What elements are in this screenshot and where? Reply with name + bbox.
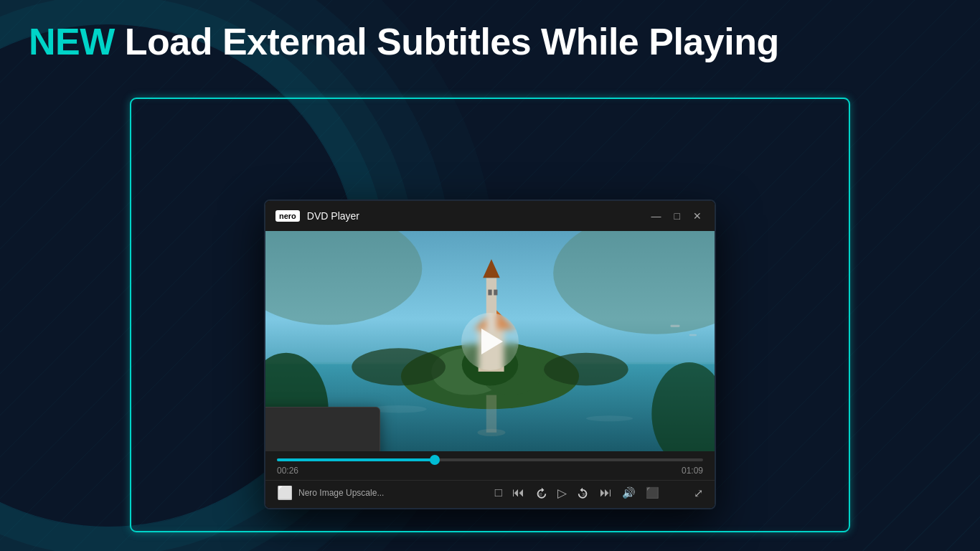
svg-point-16 [477,429,505,436]
maximize-button[interactable]: □ [672,209,683,222]
window-controls: — □ ✕ [649,209,705,222]
context-menu: Full Screen Pause Play from the beginnin… [265,407,380,451]
file-info: ⬜ Nero Image Upscale... [277,485,486,501]
control-buttons: □ ⏮ 10 ▷ 30 ⏭ 🔊 ⬛ [495,486,703,501]
file-icon: ⬜ [277,485,293,501]
ctx-pause[interactable]: Pause [265,443,380,451]
time-current: 00:26 [277,466,298,476]
fullscreen-ctrl-button[interactable]: ⤢ [694,486,703,500]
svg-rect-14 [494,290,497,296]
nero-logo: nero [275,210,300,222]
skip-forward-button[interactable]: ⏭ [600,486,612,500]
minimize-button[interactable]: — [649,209,664,222]
play-icon [481,329,503,354]
svg-text:10: 10 [538,492,542,496]
file-name: Nero Image Upscale... [298,488,384,498]
progress-thumb[interactable] [430,455,440,465]
player-window: nero DVD Player — □ ✕ [264,199,716,509]
headline-text: Load External Subtitles While Playing [115,21,779,62]
svg-point-18 [544,353,628,386]
progress-fill [277,458,435,461]
time-total: 01:09 [682,466,703,476]
title-bar: nero DVD Player — □ ✕ [265,201,715,231]
svg-point-17 [352,348,446,385]
forward-30-button[interactable]: 30 [577,486,590,499]
play-ctrl-button[interactable]: ▷ [557,486,567,501]
app-title: DVD Player [307,210,641,222]
video-area[interactable]: Full Screen Pause Play from the beginnin… [265,231,715,451]
ctx-fullscreen[interactable]: Full Screen [265,413,380,443]
svg-point-20 [586,415,633,421]
skip-back-button[interactable]: ⏮ [512,486,524,500]
svg-rect-13 [488,290,491,296]
controls-bar: ⬜ Nero Image Upscale... □ ⏮ 10 ▷ 30 [265,480,715,508]
volume-button[interactable]: 🔊 [622,486,636,499]
play-button[interactable] [461,313,519,370]
progress-track[interactable] [277,458,703,461]
subtitles-button[interactable]: ⬛ [646,486,659,499]
rewind-10-button[interactable]: 10 [534,486,547,499]
svg-rect-15 [486,395,496,433]
close-button[interactable]: ✕ [690,209,705,222]
svg-text:30: 30 [582,492,586,496]
window-mode-button[interactable]: □ [495,486,502,500]
time-row: 00:26 01:09 [277,466,703,476]
headline-new: NEW [29,21,115,62]
progress-area: 00:26 01:09 [265,451,715,480]
headline: NEW Load External Subtitles While Playin… [29,20,951,63]
svg-rect-22 [689,334,697,336]
svg-rect-21 [670,325,679,327]
